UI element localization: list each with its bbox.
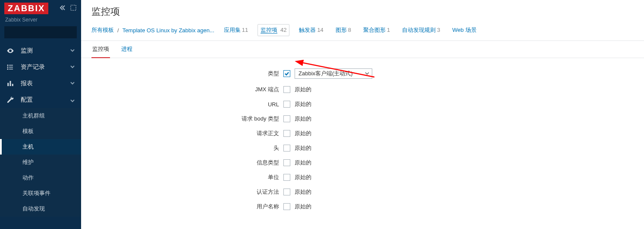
label-body-type: 请求 body 类型: [91, 115, 283, 123]
label-info-type: 信息类型: [91, 159, 283, 167]
svg-point-3: [10, 50, 11, 52]
checkbox-type[interactable]: [283, 70, 290, 77]
svg-rect-10: [7, 83, 9, 87]
tab-applications[interactable]: 应用集11: [221, 25, 251, 36]
select-type[interactable]: Zabbix客户端(主动式): [295, 68, 372, 79]
value-body-type: 原始的: [295, 115, 311, 123]
svg-rect-0: [71, 5, 76, 10]
svg-rect-12: [12, 84, 13, 86]
sidebar-header: ZABBIX: [0, 0, 81, 16]
page-title: 监控项: [81, 0, 644, 22]
label-units: 单位: [91, 173, 283, 181]
chevron-down-icon: [70, 48, 75, 54]
label-auth: 认证方法: [91, 188, 283, 196]
value-url: 原始的: [295, 100, 311, 108]
value-username: 原始的: [295, 203, 311, 210]
value-headers: 原始的: [295, 144, 311, 152]
checkbox-username[interactable]: [283, 203, 290, 210]
value-jmx: 原始的: [295, 86, 311, 93]
value-auth: 原始的: [295, 188, 311, 196]
subnav-templates[interactable]: 模板: [0, 124, 81, 139]
tab-discovery-rules[interactable]: 自动发现规则3: [399, 25, 443, 36]
main-content: 监控项 所有模板 / Template OS Linux by Zabbix a…: [81, 0, 644, 229]
label-url: URL: [91, 101, 283, 108]
subtab-process[interactable]: 进程: [120, 41, 133, 58]
nav-item-monitoring[interactable]: 监测: [0, 43, 81, 59]
value-units: 原始的: [295, 173, 311, 181]
subnav-host-groups[interactable]: 主机群组: [0, 108, 81, 124]
tab-triggers[interactable]: 触发器14: [296, 25, 326, 36]
label-username: 用户名称: [91, 203, 283, 210]
value-body: 原始的: [295, 130, 311, 137]
row-auth: 认证方法 原始的: [91, 188, 634, 196]
value-info-type: 原始的: [295, 159, 311, 167]
chart-icon: [6, 80, 15, 87]
nav: 监测 资产记录 报表 配置 主机群组 模: [0, 43, 81, 217]
logo: ZABBIX: [4, 3, 48, 14]
breadcrumb-root[interactable]: 所有模板: [91, 26, 114, 34]
svg-point-7: [7, 65, 8, 66]
svg-point-9: [7, 69, 8, 70]
list-icon: [6, 63, 15, 71]
tab-graphs[interactable]: 图形8: [333, 25, 354, 36]
wrench-icon: [6, 96, 15, 104]
row-body-type: 请求 body 类型 原始的: [91, 115, 634, 123]
row-units: 单位 原始的: [91, 173, 634, 181]
nav-item-configuration[interactable]: 配置: [0, 92, 81, 108]
subnav-hosts[interactable]: 主机: [0, 139, 81, 155]
subnav-maintenance[interactable]: 维护: [0, 155, 81, 170]
chevron-down-icon: [70, 64, 75, 71]
server-name: Zabbix Server: [0, 16, 81, 26]
chevron-down-icon: [365, 71, 369, 77]
search-box[interactable]: [4, 26, 77, 38]
breadcrumb-row: 所有模板 / Template OS Linux by Zabbix agen.…: [81, 22, 644, 40]
fullscreen-icon[interactable]: [70, 4, 77, 12]
subtabs: 监控项 进程: [81, 40, 644, 58]
row-type: 类型 Zabbix客户端(主动式): [91, 68, 634, 79]
tab-screens[interactable]: 聚合图形1: [361, 25, 393, 36]
row-info-type: 信息类型 原始的: [91, 159, 634, 167]
label-jmx: JMX 端点: [91, 86, 283, 93]
nav-label: 资产记录: [21, 63, 70, 71]
label-body: 请求正文: [91, 130, 283, 137]
checkbox-headers[interactable]: [283, 145, 290, 152]
checkbox-body-type[interactable]: [283, 115, 290, 122]
nav-label: 报表: [21, 80, 70, 87]
subnav-configuration: 主机群组 模板 主机 维护 动作 关联项事件 自动发现: [0, 108, 81, 217]
checkbox-url[interactable]: [283, 101, 290, 108]
chevron-up-icon: [70, 97, 75, 103]
row-url: URL 原始的: [91, 100, 634, 108]
breadcrumb-template[interactable]: Template OS Linux by Zabbix agen...: [123, 27, 214, 34]
eye-icon: [6, 47, 15, 55]
search-input[interactable]: [8, 29, 81, 36]
nav-item-reports[interactable]: 报表: [0, 75, 81, 92]
checkbox-auth[interactable]: [283, 189, 290, 195]
nav-label: 监测: [21, 47, 70, 55]
svg-point-8: [7, 67, 8, 68]
checkbox-jmx[interactable]: [283, 86, 290, 93]
row-username: 用户名称 原始的: [91, 203, 634, 210]
subnav-correlation[interactable]: 关联项事件: [0, 186, 81, 201]
breadcrumb-sep: /: [117, 27, 119, 34]
checkbox-info-type[interactable]: [283, 159, 290, 166]
nav-label: 配置: [21, 96, 70, 104]
subtab-item[interactable]: 监控项: [91, 41, 110, 58]
svg-rect-11: [10, 81, 11, 86]
label-type: 类型: [91, 70, 283, 77]
chevron-down-icon: [70, 80, 75, 87]
select-type-value: Zabbix客户端(主动式): [298, 70, 353, 77]
subnav-actions[interactable]: 动作: [0, 170, 81, 186]
sidebar: ZABBIX Zabbix Server: [0, 0, 81, 229]
form-area: 类型 Zabbix客户端(主动式) JMX 端点 原始的 URL 原始的: [81, 58, 644, 228]
subnav-discovery[interactable]: 自动发现: [0, 201, 81, 217]
checkbox-body[interactable]: [283, 130, 290, 137]
tab-web-scenarios[interactable]: Web 场景: [450, 25, 479, 36]
nav-item-inventory[interactable]: 资产记录: [0, 59, 81, 75]
row-headers: 头 原始的: [91, 144, 634, 152]
row-body: 请求正文 原始的: [91, 130, 634, 137]
tab-items[interactable]: 监控项 42: [258, 24, 289, 36]
label-headers: 头: [91, 144, 283, 152]
collapse-icon[interactable]: [59, 4, 66, 12]
row-jmx-endpoint: JMX 端点 原始的: [91, 86, 634, 93]
checkbox-units[interactable]: [283, 174, 290, 181]
